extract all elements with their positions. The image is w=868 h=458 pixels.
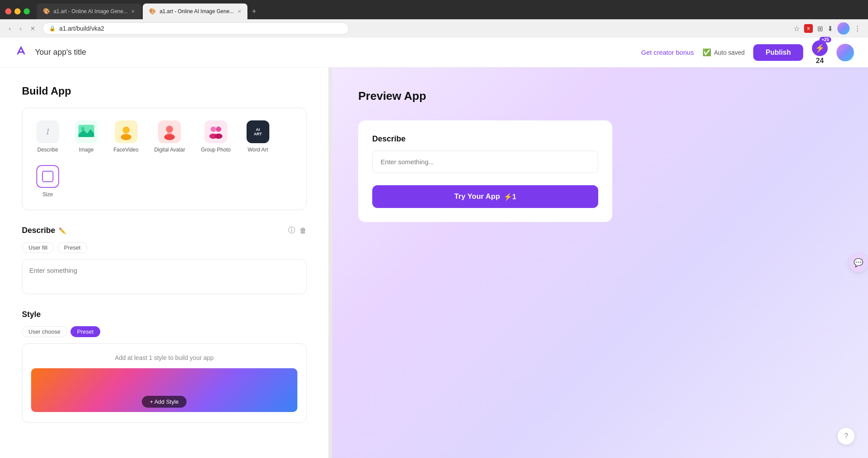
- address-bar: ‹ › ✕ 🔒 a1.art/build/vka2 ☆ X ⊞ ⬇ ⋮: [0, 19, 868, 38]
- style-preview: + Add Style: [31, 368, 297, 412]
- describe-textarea[interactable]: [22, 259, 307, 294]
- credits-badge: +25 ⚡ 24: [812, 40, 828, 65]
- new-tab-button[interactable]: +: [252, 7, 257, 16]
- auto-saved-label: Auto saved: [714, 49, 745, 56]
- auto-saved-icon: ✅: [702, 48, 711, 56]
- svg-rect-10: [205, 120, 227, 143]
- describe-subsection: Describe ✏️ ⓘ 🗑 User fill Preset: [22, 226, 307, 296]
- image-tool-icon: [75, 120, 98, 143]
- publish-button[interactable]: Publish: [753, 44, 803, 61]
- window-controls: [5, 8, 30, 14]
- preview-card: Describe Try Your App ⚡1: [358, 120, 612, 222]
- describe-subsection-title: Describe ✏️: [22, 226, 66, 235]
- panel-divider: [328, 67, 332, 458]
- tab-2-favicon: 🎨: [149, 8, 156, 15]
- minimize-window-button[interactable]: [14, 8, 21, 14]
- tool-size[interactable]: Size: [31, 162, 64, 201]
- tab-2-label: a1.art - Online AI Image Gene...: [159, 8, 233, 14]
- tab-1-close-icon[interactable]: ✕: [131, 9, 135, 14]
- build-section-title: Build App: [22, 85, 307, 97]
- user-avatar[interactable]: [836, 44, 854, 61]
- main-content: Build App I Describe Image FaceVideo: [0, 67, 868, 458]
- style-subsection: Style User choose Preset Add at least 1 …: [22, 310, 307, 423]
- credits-icon: ⚡: [812, 40, 828, 56]
- tool-digital-avatar-label: Digital Avatar: [154, 147, 185, 153]
- svg-rect-15: [42, 171, 53, 182]
- tool-describe-label: Describe: [37, 147, 58, 153]
- preview-section-title: Preview App: [358, 89, 842, 103]
- maximize-window-button[interactable]: [24, 8, 30, 14]
- tool-image[interactable]: Image: [70, 117, 103, 156]
- tool-image-label: Image: [79, 147, 93, 153]
- plus-badge: +25: [819, 37, 831, 42]
- tool-group-photo[interactable]: Group Photo: [196, 117, 236, 156]
- style-preset-tag[interactable]: Preset: [71, 326, 100, 337]
- app-header: Your app's title Get creator bonus ✅ Aut…: [0, 38, 868, 67]
- help-button[interactable]: ?: [837, 427, 855, 445]
- address-actions: ☆ X ⊞ ⬇ ⋮: [794, 22, 861, 35]
- chat-float-button[interactable]: 💬: [849, 253, 868, 272]
- tab-2[interactable]: 🎨 a1.art - Online AI Image Gene... ✕: [143, 4, 247, 19]
- svg-point-5: [121, 134, 131, 140]
- size-tool-icon: [36, 165, 59, 188]
- browser-chrome: 🎨 a1.art - Online AI Image Gene... ✕ 🎨 a…: [0, 0, 868, 38]
- svg-point-14: [215, 134, 222, 139]
- describe-edit-icon[interactable]: ✏️: [59, 227, 66, 234]
- style-subsection-title: Style: [22, 310, 41, 319]
- svg-point-2: [81, 127, 85, 130]
- svg-point-4: [123, 127, 130, 134]
- style-tag-row: User choose Preset: [22, 326, 307, 337]
- tab-1[interactable]: 🎨 a1.art - Online AI Image Gene... ✕: [37, 4, 141, 19]
- digital-avatar-tool-icon: [158, 120, 181, 143]
- tool-facevideo[interactable]: FaceVideo: [108, 117, 144, 156]
- style-subsection-header: Style: [22, 310, 307, 319]
- try-your-app-button[interactable]: Try Your App ⚡1: [372, 185, 598, 208]
- reload-button[interactable]: ✕: [28, 23, 37, 34]
- add-style-area: Add at least 1 style to build your app +…: [22, 343, 307, 423]
- tab-1-favicon: 🎨: [43, 8, 50, 15]
- tool-size-label: Size: [42, 191, 53, 197]
- add-style-button[interactable]: + Add Style: [142, 396, 187, 408]
- url-bar[interactable]: 🔒 a1.art/build/vka2: [42, 22, 349, 35]
- style-user-choose-tag[interactable]: User choose: [22, 326, 67, 337]
- describe-preset-tag[interactable]: Preset: [57, 242, 87, 253]
- app-title[interactable]: Your app's title: [35, 48, 86, 57]
- close-window-button[interactable]: [5, 8, 11, 14]
- try-btn-label: Try Your App: [454, 192, 500, 201]
- facevideo-tool-icon: [115, 120, 138, 143]
- get-creator-bonus-link[interactable]: Get creator bonus: [641, 49, 694, 56]
- extension-icon[interactable]: X: [804, 24, 813, 33]
- add-style-hint: Add at least 1 style to build your app: [31, 354, 297, 361]
- describe-tag-row: User fill Preset: [22, 242, 307, 253]
- tool-group-photo-label: Group Photo: [201, 147, 231, 153]
- tab-1-label: a1.art - Online AI Image Gene...: [53, 8, 127, 14]
- describe-subsection-header: Describe ✏️ ⓘ 🗑: [22, 226, 307, 235]
- tool-digital-avatar[interactable]: Digital Avatar: [149, 117, 190, 156]
- tab-bar: 🎨 a1.art - Online AI Image Gene... ✕ 🎨 a…: [0, 0, 868, 19]
- svg-point-12: [216, 127, 221, 132]
- svg-rect-9: [167, 133, 172, 134]
- auto-saved-status: ✅ Auto saved: [702, 48, 745, 56]
- extensions-icon[interactable]: ⊞: [817, 25, 823, 33]
- tool-facevideo-label: FaceVideo: [113, 147, 138, 153]
- describe-info-button[interactable]: ⓘ: [288, 226, 295, 235]
- download-icon[interactable]: ⬇: [827, 25, 833, 33]
- try-btn-cost: ⚡1: [504, 193, 516, 201]
- bookmark-icon[interactable]: ☆: [794, 25, 800, 33]
- describe-delete-button[interactable]: 🗑: [300, 226, 307, 235]
- describe-tool-icon: I: [36, 120, 59, 143]
- back-button[interactable]: ‹: [7, 23, 13, 34]
- tool-describe[interactable]: I Describe: [31, 117, 64, 156]
- url-text: a1.art/build/vka2: [59, 25, 104, 32]
- tab-2-close-icon[interactable]: ✕: [237, 9, 241, 14]
- menu-icon[interactable]: ⋮: [854, 25, 861, 33]
- svg-point-8: [164, 134, 175, 140]
- lock-icon: 🔒: [49, 25, 56, 32]
- browser-profile-avatar[interactable]: [837, 22, 850, 35]
- tool-selector: I Describe Image FaceVideo Digital Avat: [22, 108, 307, 210]
- svg-point-7: [166, 126, 173, 133]
- tool-word-art[interactable]: AI ART Word Art: [241, 117, 275, 156]
- preview-describe-input[interactable]: [372, 151, 598, 173]
- forward-button[interactable]: ›: [18, 23, 24, 34]
- describe-user-fill-tag[interactable]: User fill: [22, 242, 54, 253]
